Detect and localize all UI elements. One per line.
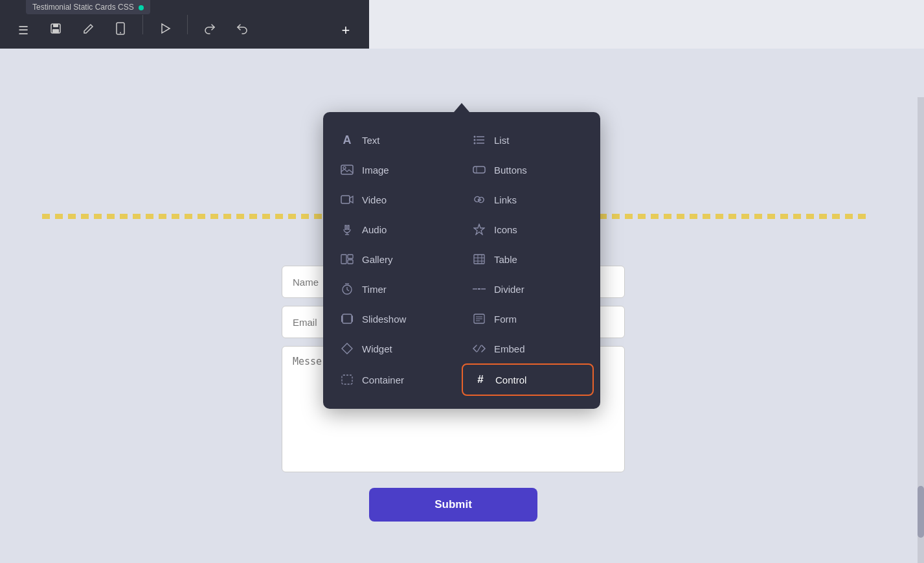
svg-marker-5 xyxy=(162,24,170,33)
canvas: Submit A Text xyxy=(0,49,924,563)
menu-button[interactable]: ☰ xyxy=(10,17,36,43)
svg-rect-12 xyxy=(341,165,353,174)
table-label: Table xyxy=(494,254,517,265)
scrollbar[interactable] xyxy=(918,97,924,563)
audio-item[interactable]: Audio xyxy=(330,214,462,244)
image-icon xyxy=(340,163,354,177)
dropdown-grid: A Text List xyxy=(330,125,594,396)
redo-icon xyxy=(203,22,216,38)
gallery-item[interactable]: Gallery xyxy=(330,244,462,274)
buttons-label: Buttons xyxy=(494,165,527,176)
gallery-icon xyxy=(340,252,354,266)
separator2 xyxy=(187,15,188,34)
svg-rect-37 xyxy=(352,316,353,322)
container-icon xyxy=(340,373,354,387)
svg-rect-35 xyxy=(343,314,352,323)
table-item[interactable]: Table xyxy=(462,244,594,274)
embed-item[interactable]: Embed xyxy=(462,334,594,363)
text-icon: A xyxy=(340,133,354,147)
list-item[interactable]: List xyxy=(462,125,594,155)
svg-line-42 xyxy=(477,345,481,352)
svg-point-11 xyxy=(474,143,476,144)
svg-rect-1 xyxy=(53,24,58,27)
slideshow-label: Slideshow xyxy=(362,314,406,325)
mobile-button[interactable] xyxy=(107,17,133,43)
svg-point-4 xyxy=(120,32,121,34)
add-element-dropdown: A Text List xyxy=(323,112,600,409)
menu-icon: ☰ xyxy=(18,23,28,38)
buttons-item[interactable]: Buttons xyxy=(462,155,594,185)
svg-rect-36 xyxy=(341,316,343,322)
image-label: Image xyxy=(362,165,389,176)
text-item[interactable]: A Text xyxy=(330,125,462,155)
toolbar: Testimonial Static Cards CSS ☰ xyxy=(0,0,369,49)
preview-icon xyxy=(159,23,171,38)
control-label: Control xyxy=(495,374,526,385)
edit-button[interactable] xyxy=(75,17,101,43)
links-label: Links xyxy=(494,194,517,205)
audio-icon xyxy=(340,222,354,236)
text-label: Text xyxy=(362,135,380,146)
mobile-icon xyxy=(116,22,125,38)
slideshow-icon xyxy=(340,312,354,326)
video-icon xyxy=(340,192,354,207)
svg-rect-21 xyxy=(348,255,353,259)
buttons-icon xyxy=(472,163,486,177)
undo-icon xyxy=(236,22,249,38)
submit-button[interactable]: Submit xyxy=(369,488,537,522)
slideshow-item[interactable]: Slideshow xyxy=(330,304,462,334)
icons-item[interactable]: Icons xyxy=(462,214,594,244)
svg-point-10 xyxy=(474,139,476,141)
audio-label: Audio xyxy=(362,224,387,235)
image-item[interactable]: Image xyxy=(330,155,462,185)
preview-button[interactable] xyxy=(152,17,178,43)
embed-icon xyxy=(472,341,486,356)
timer-item[interactable]: Timer xyxy=(330,274,462,304)
svg-rect-16 xyxy=(341,196,350,203)
scrollbar-thumb[interactable] xyxy=(918,486,924,538)
redo-button[interactable] xyxy=(197,17,223,43)
widget-label: Widget xyxy=(362,343,392,354)
tab-label: Testimonial Static Cards CSS xyxy=(26,0,150,14)
svg-point-9 xyxy=(474,136,476,138)
svg-rect-20 xyxy=(341,255,346,264)
add-element-button[interactable]: + xyxy=(333,17,359,43)
svg-line-30 xyxy=(347,290,349,291)
form-item[interactable]: Form xyxy=(462,304,594,334)
list-label: List xyxy=(494,135,509,146)
icons-icon xyxy=(472,222,486,236)
form-label: Form xyxy=(494,314,517,325)
embed-label: Embed xyxy=(494,343,525,354)
svg-rect-23 xyxy=(474,255,484,264)
edit-icon xyxy=(82,22,95,38)
save-button[interactable] xyxy=(43,17,69,43)
timer-label: Timer xyxy=(362,284,387,295)
timer-icon xyxy=(340,282,354,296)
icons-label: Icons xyxy=(494,224,517,235)
tab-title: Testimonial Static Cards CSS xyxy=(32,3,134,12)
widget-icon xyxy=(340,341,354,356)
unsaved-dot xyxy=(139,5,144,10)
container-label: Container xyxy=(362,374,404,385)
svg-rect-2 xyxy=(52,29,59,33)
table-icon xyxy=(472,252,486,266)
svg-marker-19 xyxy=(474,224,484,235)
video-label: Video xyxy=(362,194,387,205)
links-icon xyxy=(472,192,486,207)
form-icon xyxy=(472,312,486,326)
video-item[interactable]: Video xyxy=(330,185,462,214)
divider-item[interactable]: Divider xyxy=(462,274,594,304)
list-icon xyxy=(472,133,486,147)
links-item[interactable]: Links xyxy=(462,185,594,214)
svg-rect-22 xyxy=(348,260,353,264)
save-icon xyxy=(49,22,62,38)
svg-rect-14 xyxy=(473,167,485,173)
divider-label: Divider xyxy=(494,284,524,295)
widget-item[interactable]: Widget xyxy=(330,334,462,363)
container-item[interactable]: Container xyxy=(330,363,462,396)
separator xyxy=(142,15,143,34)
divider-icon xyxy=(472,282,486,296)
control-item[interactable]: # Control xyxy=(462,363,594,396)
svg-rect-43 xyxy=(342,375,352,384)
undo-button[interactable] xyxy=(229,17,255,43)
